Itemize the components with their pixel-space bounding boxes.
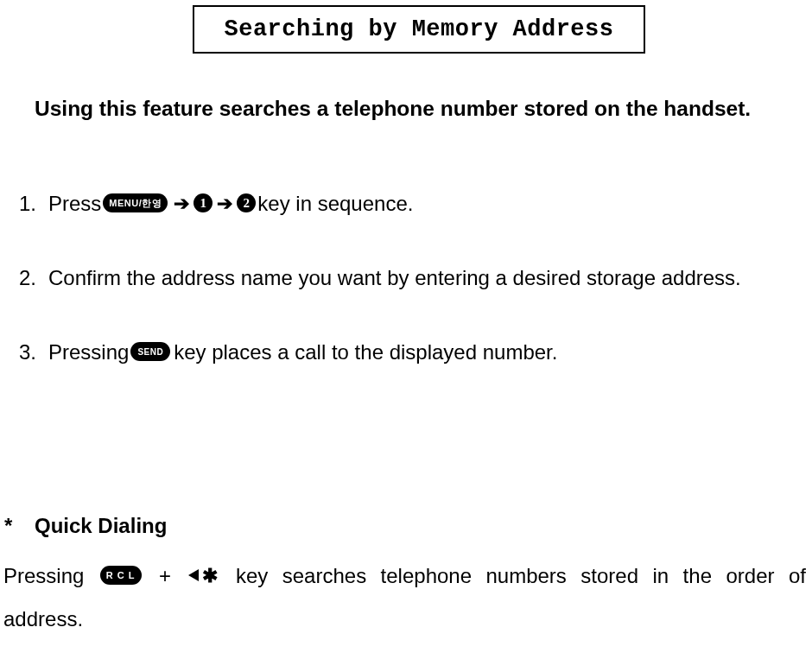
arrow-icon: ➔ (217, 193, 232, 215)
text-fragment: Pressing (48, 340, 129, 364)
title-box: Searching by Memory Address (193, 5, 645, 54)
text-fragment: key places a call to the displayed numbe… (174, 340, 557, 364)
asterisk-icon: * (4, 514, 35, 538)
text-fragment: order (726, 554, 774, 598)
step-number: 1. (5, 192, 48, 216)
step-number: 3. (5, 340, 48, 364)
nav-left-star-key-icon: ✱ (188, 569, 218, 581)
circled-two-icon: 2 (237, 193, 256, 212)
intro-text: Using this feature searches a telephone … (35, 97, 751, 121)
text-fragment: Press (48, 192, 101, 216)
text-fragment: stored (580, 554, 638, 598)
circled-one-icon: 1 (193, 193, 213, 212)
quick-dialing-body: Pressing R C L + ✱ key searches telephon… (3, 554, 807, 641)
step-2: 2. Confirm the address name you want by … (5, 266, 741, 290)
star-icon: ✱ (202, 570, 218, 582)
heading-text: Quick Dialing (35, 514, 167, 538)
step-3: 3. Pressing SEND key places a call to th… (5, 340, 557, 364)
step-number: 2. (5, 266, 48, 290)
text-fragment: numbers (485, 554, 566, 598)
document-page: Searching by Memory Address Using this f… (0, 0, 812, 659)
rcl-key-icon: R C L (100, 566, 142, 585)
text-line: address. (3, 598, 807, 641)
step-body: Confirm the address name you want by ent… (48, 266, 741, 290)
step-1: 1. Press MENU/한영 ➔ 1 ➔ 2 key in sequence… (5, 192, 413, 216)
quick-dialing-heading: * Quick Dialing (4, 514, 167, 538)
text-fragment: in (652, 554, 669, 598)
step-body: Press MENU/한영 ➔ 1 ➔ 2 key in sequence. (48, 192, 413, 216)
text-fragment: + (159, 554, 171, 598)
text-fragment: key in sequence. (257, 192, 413, 216)
step-body: Pressing SEND key places a call to the d… (48, 340, 557, 364)
text-fragment: searches (282, 554, 366, 598)
menu-key-icon: MENU/한영 (103, 193, 168, 212)
text-fragment: of (789, 554, 806, 598)
send-key-icon: SEND (130, 342, 170, 361)
arrow-icon: ➔ (174, 193, 189, 215)
text-line: Pressing R C L + ✱ key searches telephon… (3, 554, 806, 598)
text-fragment: the (683, 554, 712, 598)
page-title: Searching by Memory Address (225, 16, 614, 42)
text-fragment: Confirm the address name you want by ent… (48, 266, 741, 290)
text-fragment: Pressing (3, 554, 84, 598)
text-fragment: key (236, 554, 268, 598)
text-fragment: telephone (381, 554, 472, 598)
triangle-left-icon (188, 569, 199, 581)
